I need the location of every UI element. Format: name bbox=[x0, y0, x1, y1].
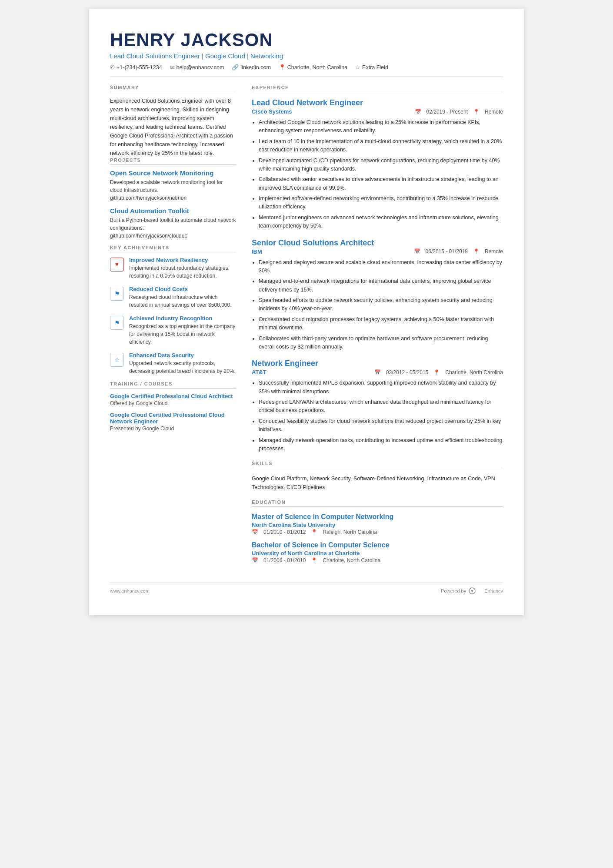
edu-calendar-icon-1: 📅 bbox=[252, 529, 258, 535]
job-1: Lead Cloud Network Engineer Cisco System… bbox=[252, 98, 503, 231]
email-icon: ✉ bbox=[170, 64, 175, 70]
training-title-2: Google Cloud Certified Professional Clou… bbox=[110, 412, 236, 425]
powered-by-text: Powered by bbox=[441, 588, 466, 593]
full-name: HENRY JACKSON bbox=[110, 30, 503, 50]
edu-school-2: University of North Carolina at Charlott… bbox=[252, 550, 503, 556]
calendar-icon-2: 📅 bbox=[414, 248, 420, 255]
company-3: AT&T bbox=[252, 369, 267, 375]
edu-dates-1: 📅 01/2010 - 01/2012 📍 Raleigh, North Car… bbox=[252, 529, 503, 535]
project-desc-2: Built a Python-based toolkit to automate… bbox=[110, 216, 236, 240]
project-item-1: Open Source Network Monitoring Developed… bbox=[110, 169, 236, 202]
bullet-2-4: Orchestrated cloud migration processes f… bbox=[259, 315, 503, 332]
professional-title: Lead Cloud Solutions Engineer | Google C… bbox=[110, 52, 503, 60]
job-title-2: Senior Cloud Solutions Architect bbox=[252, 238, 503, 248]
summary-label: SUMMARY bbox=[110, 85, 236, 92]
edu-location-icon-2: 📍 bbox=[311, 557, 317, 563]
star-icon: ☆ bbox=[355, 64, 360, 70]
education-section: EDUCATION Master of Science in Computer … bbox=[252, 499, 503, 563]
right-column: EXPERIENCE Lead Cloud Network Engineer C… bbox=[252, 85, 503, 570]
training-section: TRAINING / COURSES Google Certified Prof… bbox=[110, 381, 236, 432]
contact-bar: ✆ +1-(234)-555-1234 ✉ help@enhancv.com 🔗… bbox=[110, 64, 503, 77]
job-dates-3: 📅 03/2012 - 05/2015 📍 Charlotte, North C… bbox=[374, 369, 503, 375]
achievement-desc-4: Upgraded network security protocols, dec… bbox=[129, 359, 236, 375]
job-dates-1: 📅 02/2019 - Present 📍 Remote bbox=[415, 109, 503, 115]
location-icon-2: 📍 bbox=[473, 248, 480, 255]
training-label: TRAINING / COURSES bbox=[110, 381, 236, 389]
star-achievement-icon: ☆ bbox=[110, 353, 124, 367]
training-provider-2: Presented by Google Cloud bbox=[110, 426, 236, 432]
header: HENRY JACKSON Lead Cloud Solutions Engin… bbox=[110, 30, 503, 77]
contact-phone: ✆ +1-(234)-555-1234 bbox=[110, 64, 162, 70]
bullet-3-1: Successfully implemented MPLS expansion,… bbox=[259, 379, 503, 396]
location-icon: 📍 bbox=[279, 64, 286, 70]
achievement-title-1: Improved Network Resiliency bbox=[129, 257, 236, 263]
job-bullets-3: Successfully implemented MPLS expansion,… bbox=[259, 379, 503, 453]
projects-label: PROJECTS bbox=[110, 158, 236, 165]
skills-label: SKILLS bbox=[252, 461, 503, 468]
job-bullets-2: Designed and deployed secure and scalabl… bbox=[259, 258, 503, 352]
achievement-content-1: Improved Network Resiliency Implemented … bbox=[129, 257, 236, 280]
bullet-1-3: Developed automated CI/CD pipelines for … bbox=[259, 157, 503, 174]
job-3: Network Engineer AT&T 📅 03/2012 - 05/201… bbox=[252, 359, 503, 453]
job-title-1: Lead Cloud Network Engineer bbox=[252, 98, 503, 107]
resume-page: HENRY JACKSON Lead Cloud Solutions Engin… bbox=[89, 9, 524, 615]
achievement-item-3: ⚑ Achieved Industry Recognition Recogniz… bbox=[110, 315, 236, 346]
job-title-3: Network Engineer bbox=[252, 359, 503, 368]
footer-url: www.enhancv.com bbox=[110, 588, 150, 593]
training-title-1: Google Certified Professional Cloud Arch… bbox=[110, 393, 236, 399]
edu-calendar-icon-2: 📅 bbox=[252, 557, 258, 563]
achievements-section: KEY ACHIEVEMENTS ♥ Improved Network Resi… bbox=[110, 245, 236, 375]
edu-item-2: Bachelor of Science in Computer Science … bbox=[252, 541, 503, 563]
bullet-1-4: Collaborated with senior executives to d… bbox=[259, 175, 503, 192]
bullet-1-5: Implemented software-defined networking … bbox=[259, 194, 503, 211]
achievement-desc-1: Implemented robust redundancy strategies… bbox=[129, 264, 236, 280]
footer: www.enhancv.com Powered by Enhancv bbox=[110, 583, 503, 594]
company-1: Cisco Systems bbox=[252, 108, 292, 115]
achievement-title-2: Reduced Cloud Costs bbox=[129, 286, 236, 292]
achievement-desc-3: Recognized as a top engineer in the comp… bbox=[129, 322, 236, 346]
job-dates-2: 📅 06/2015 - 01/2019 📍 Remote bbox=[414, 248, 503, 255]
education-label: EDUCATION bbox=[252, 499, 503, 507]
flag-icon-1: ⚑ bbox=[110, 287, 124, 301]
edu-dates-2: 📅 01/2006 - 01/2010 📍 Charlotte, North C… bbox=[252, 557, 503, 563]
skills-section: SKILLS Google Cloud Platform, Network Se… bbox=[252, 461, 503, 492]
achievement-title-4: Enhanced Data Security bbox=[129, 352, 236, 359]
location-icon-3: 📍 bbox=[433, 369, 440, 375]
job-bullets-1: Architected Google Cloud network solutio… bbox=[259, 118, 503, 231]
contact-extra: ☆ Extra Field bbox=[355, 64, 388, 70]
bullet-3-2: Redesigned LAN/WAN architectures, which … bbox=[259, 398, 503, 415]
contact-location: 📍 Charlotte, North Carolina bbox=[279, 64, 347, 70]
achievement-title-3: Achieved Industry Recognition bbox=[129, 315, 236, 322]
location-icon-1: 📍 bbox=[473, 109, 480, 115]
contact-linkedin: 🔗 linkedin.com bbox=[232, 64, 270, 70]
brand-name: Enhancv bbox=[484, 588, 503, 593]
calendar-icon-1: 📅 bbox=[415, 109, 421, 115]
skills-text: Google Cloud Platform, Network Security,… bbox=[252, 474, 503, 492]
experience-label: EXPERIENCE bbox=[252, 85, 503, 92]
job-meta-3: AT&T 📅 03/2012 - 05/2015 📍 Charlotte, No… bbox=[252, 369, 503, 375]
edu-degree-1: Master of Science in Computer Networking bbox=[252, 513, 503, 521]
linkedin-icon: 🔗 bbox=[232, 64, 239, 70]
bullet-2-3: Spearheaded efforts to update network se… bbox=[259, 296, 503, 313]
edu-school-1: North Carolina State University bbox=[252, 522, 503, 528]
achievement-item-4: ☆ Enhanced Data Security Upgraded networ… bbox=[110, 352, 236, 375]
bullet-3-4: Managed daily network operation tasks, c… bbox=[259, 436, 503, 453]
training-item-2: Google Cloud Certified Professional Clou… bbox=[110, 412, 236, 432]
achievement-item-2: ⚑ Reduced Cloud Costs Redesigned cloud i… bbox=[110, 286, 236, 309]
achievement-content-2: Reduced Cloud Costs Redesigned cloud inf… bbox=[129, 286, 236, 309]
experience-section: EXPERIENCE Lead Cloud Network Engineer C… bbox=[252, 85, 503, 453]
project-title-1: Open Source Network Monitoring bbox=[110, 169, 236, 177]
training-provider-1: Offered by Google Cloud bbox=[110, 400, 236, 406]
edu-item-1: Master of Science in Computer Networking… bbox=[252, 513, 503, 535]
edu-location-icon-1: 📍 bbox=[311, 529, 317, 535]
left-column: SUMMARY Experienced Cloud Solutions Engi… bbox=[110, 85, 236, 570]
main-layout: SUMMARY Experienced Cloud Solutions Engi… bbox=[110, 85, 503, 570]
bullet-2-5: Collaborated with third-party vendors to… bbox=[259, 335, 503, 352]
project-item-2: Cloud Automation Toolkit Built a Python-… bbox=[110, 207, 236, 240]
bullet-2-1: Designed and deployed secure and scalabl… bbox=[259, 258, 503, 275]
bullet-1-6: Mentored junior engineers on advanced ne… bbox=[259, 214, 503, 231]
achievement-desc-2: Redesigned cloud infrastructure which re… bbox=[129, 293, 236, 309]
summary-text: Experienced Cloud Solutions Engineer wit… bbox=[110, 97, 236, 158]
phone-icon: ✆ bbox=[110, 64, 115, 70]
edu-degree-2: Bachelor of Science in Computer Science bbox=[252, 541, 503, 549]
